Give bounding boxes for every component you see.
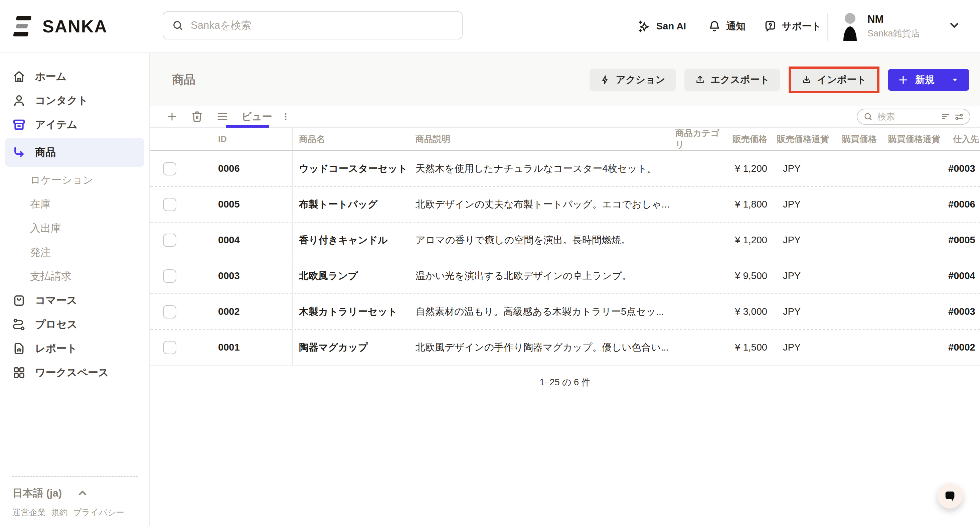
sidebar-item-reports[interactable]: レポート — [0, 336, 149, 360]
language-selector[interactable]: 日本語 (ja) — [12, 486, 138, 500]
sidebar-item-process[interactable]: プロセス — [0, 312, 149, 336]
filter-icon[interactable] — [941, 112, 950, 121]
sidebar-item-products[interactable]: 商品 — [5, 138, 144, 167]
san-ai-menu[interactable]: San AI — [638, 0, 686, 53]
main-content: 商品 アクション エクスポート — [150, 53, 980, 526]
upload-icon — [695, 75, 705, 85]
cell-supplier: #0003 — [948, 163, 975, 174]
workspace-grid-icon — [12, 366, 26, 379]
cell-product-name: 陶器マグカップ — [299, 341, 368, 354]
global-search[interactable] — [163, 11, 463, 40]
plus-icon — [898, 75, 908, 85]
trash-icon[interactable] — [191, 110, 204, 123]
header-sell-price[interactable]: 販売価格 — [720, 128, 767, 150]
sidebar-items: ホーム コンタクト アイテム — [0, 53, 149, 385]
sidebar-item-contacts[interactable]: コンタクト — [0, 89, 149, 113]
sidebar-item-purchase-orders[interactable]: 発注 — [0, 240, 149, 265]
header-product-name[interactable]: 商品名 — [293, 128, 412, 150]
row-checkbox[interactable] — [163, 198, 177, 211]
privacy-link[interactable]: プライバシー — [73, 507, 124, 518]
list-view-icon[interactable] — [216, 110, 229, 123]
header-buy-currency[interactable]: 購買価格通貨 — [877, 128, 940, 150]
cell-sell-price: ¥ 1,200 — [735, 163, 767, 174]
sidebar-item-commerce[interactable]: コマース — [0, 289, 149, 312]
sidebar-item-label: プロセス — [35, 317, 78, 332]
sidebar-item-locations[interactable]: ロケーション — [0, 168, 149, 192]
sanka-logo-icon — [12, 10, 34, 43]
caret-down-icon[interactable] — [951, 75, 959, 84]
sidebar-item-label: 発注 — [30, 245, 51, 259]
row-checkbox[interactable] — [163, 305, 177, 319]
commerce-bag-icon — [12, 294, 26, 307]
new-button[interactable]: 新規 — [888, 69, 969, 91]
sidebar-item-stock-io[interactable]: 入出庫 — [0, 216, 149, 240]
cell-product-description: 天然木を使用したナチュラルなコースター4枚セット。 — [415, 162, 657, 175]
user-menu[interactable]: NM Sanka雑貨店 — [841, 0, 920, 53]
table-header-row: ID 商品名 商品説明 商品カテゴリ 販売価格 販売価格通貨 購買価格 購買価格… — [150, 128, 980, 151]
export-button[interactable]: エクスポート — [684, 69, 780, 91]
table-row[interactable]: 0006 ウッドコースターセット 天然木を使用したナチュラルなコースター4枚セッ… — [150, 151, 980, 187]
sidebar-item-label: レポート — [35, 341, 77, 355]
operator-link[interactable]: 運営企業 — [12, 507, 46, 518]
zap-icon — [600, 75, 610, 85]
table-row[interactable]: 0004 香り付きキャンドル アロマの香りで癒しの空間を演出。長時間燃焼。 ¥ … — [150, 223, 980, 258]
add-view-icon[interactable] — [166, 111, 178, 123]
help-bubble-icon — [764, 20, 776, 33]
kebab-menu-icon[interactable] — [281, 112, 291, 122]
view-tab-label: ビュー — [242, 110, 272, 124]
table-row[interactable]: 0003 北欧風ランプ 温かい光を演出する北欧デザインの卓上ランプ。 ¥ 9,5… — [150, 258, 980, 294]
row-checkbox[interactable] — [163, 234, 177, 247]
cell-sell-price: ¥ 1,200 — [735, 234, 767, 245]
global-search-input[interactable] — [190, 19, 453, 32]
search-icon — [864, 112, 873, 121]
header-id[interactable]: ID — [189, 128, 293, 150]
table-row[interactable]: 0002 木製カトラリーセット 自然素材の温もり。高級感ある木製カトラリー5点セ… — [150, 294, 980, 330]
row-checkbox[interactable] — [163, 162, 177, 175]
actions-button[interactable]: アクション — [590, 69, 676, 91]
cell-id: 0003 — [218, 270, 240, 281]
table-row[interactable]: 0001 陶器マグカップ 北欧風デザインの手作り陶器マグカップ。優しい色合い..… — [150, 330, 980, 366]
header-supplier[interactable]: 仕入先 — [940, 128, 980, 150]
chat-launcher-button[interactable] — [937, 483, 963, 508]
support-menu[interactable]: サポート — [764, 0, 821, 53]
tab-view[interactable]: ビュー — [242, 110, 291, 124]
legal-links: 運営企業 規約 プライバシー — [12, 507, 138, 518]
row-checkbox[interactable] — [163, 341, 177, 354]
sanka-logo[interactable]: SANKA — [12, 0, 108, 53]
contact-icon — [12, 94, 26, 107]
cell-supplier: #0005 — [948, 234, 975, 245]
sidebar-item-label: ワークスペース — [35, 366, 109, 379]
actions-button-label: アクション — [616, 73, 665, 86]
cell-sell-currency: JPY — [783, 163, 801, 174]
sidebar-item-inventory[interactable]: 在庫 — [0, 192, 149, 216]
sidebar-item-home[interactable]: ホーム — [0, 64, 149, 89]
header-buy-price[interactable]: 購買価格 — [832, 128, 877, 150]
table-row[interactable]: 0005 布製トートバッグ 北欧デザインの丈夫な布製トートバッグ。エコでおしゃ.… — [150, 187, 980, 223]
table-search[interactable] — [857, 108, 970, 125]
cell-product-description: 北欧デザインの丈夫な布製トートバッグ。エコでおしゃ... — [415, 198, 670, 211]
notifications-label: 通知 — [726, 20, 746, 33]
header-sell-currency[interactable]: 販売価格通貨 — [767, 128, 832, 150]
sliders-icon[interactable] — [954, 112, 964, 121]
cell-id: 0004 — [218, 234, 240, 245]
sidebar-item-billing[interactable]: 支払請求 — [0, 265, 149, 289]
table-search-input[interactable] — [877, 111, 937, 122]
cell-product-name: 北欧風ランプ — [299, 269, 358, 283]
user-meta: NM Sanka雑貨店 — [867, 13, 920, 40]
notifications-menu[interactable]: 通知 — [708, 0, 746, 53]
sidebar-item-label: コンタクト — [35, 94, 88, 108]
terms-link[interactable]: 規約 — [51, 507, 68, 518]
cell-id: 0006 — [218, 163, 240, 174]
table-body: 0006 ウッドコースターセット 天然木を使用したナチュラルなコースター4枚セッ… — [150, 151, 980, 366]
chevron-down-icon[interactable] — [948, 19, 961, 32]
sidebar-item-items[interactable]: アイテム — [0, 113, 149, 137]
sidebar-item-label: アイテム — [35, 118, 78, 132]
cell-sell-currency: JPY — [783, 342, 801, 353]
sidebar-item-workspace[interactable]: ワークスペース — [0, 360, 149, 385]
header-category[interactable]: 商品カテゴリ — [675, 128, 720, 150]
cell-sell-price: ¥ 9,500 — [735, 270, 767, 281]
report-file-icon — [12, 342, 26, 355]
row-checkbox[interactable] — [163, 269, 177, 283]
import-button[interactable]: インポート — [791, 69, 877, 91]
header-product-description[interactable]: 商品説明 — [412, 128, 675, 150]
